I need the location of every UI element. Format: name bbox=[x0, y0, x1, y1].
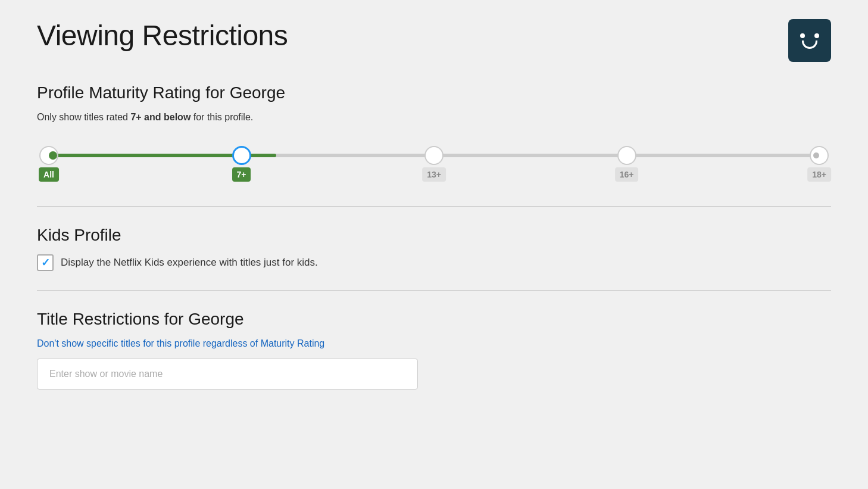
kids-profile-checkbox[interactable]: ✓ bbox=[37, 254, 54, 271]
title-restrictions-title: Title Restrictions for George bbox=[37, 310, 831, 329]
slider-label-all: All bbox=[39, 167, 59, 182]
title-restrictions-description: Don't show specific titles for this prof… bbox=[37, 338, 831, 349]
slider-point-18plus[interactable]: 18+ bbox=[810, 146, 829, 165]
title-restrictions-section: Title Restrictions for George Don't show… bbox=[37, 310, 831, 390]
avatar-eye-right-icon bbox=[814, 33, 819, 38]
slider-label-7plus: 7+ bbox=[232, 167, 251, 182]
slider-label-18plus: 18+ bbox=[807, 167, 831, 182]
checkmark-icon: ✓ bbox=[41, 257, 50, 268]
maturity-rating-description: Only show titles rated 7+ and below for … bbox=[37, 112, 831, 123]
kids-profile-title: Kids Profile bbox=[37, 226, 831, 245]
maturity-rating-slider[interactable]: All 7+ 13+ 16+ bbox=[37, 142, 831, 187]
kids-profile-checkbox-row: ✓ Display the Netflix Kids experience wi… bbox=[37, 254, 831, 271]
maturity-rating-section: Profile Maturity Rating for George Only … bbox=[37, 83, 831, 187]
kids-profile-checkbox-label: Display the Netflix Kids experience with… bbox=[61, 257, 318, 269]
maturity-rating-bold: 7+ and below bbox=[130, 112, 191, 122]
avatar-eye-left-icon bbox=[800, 33, 805, 38]
page-title: Viewing Restrictions bbox=[37, 19, 288, 52]
maturity-rating-title: Profile Maturity Rating for George bbox=[37, 83, 831, 102]
avatar-smile-icon bbox=[802, 41, 817, 49]
slider-circle-16plus[interactable] bbox=[617, 146, 636, 165]
slider-point-13plus[interactable]: 13+ bbox=[424, 146, 444, 165]
divider-2 bbox=[37, 290, 831, 291]
slider-circle-7plus[interactable] bbox=[232, 146, 251, 165]
slider-label-16plus: 16+ bbox=[615, 167, 639, 182]
title-search-wrapper bbox=[37, 359, 418, 390]
slider-start-dot bbox=[49, 151, 57, 160]
kids-profile-section: Kids Profile ✓ Display the Netflix Kids … bbox=[37, 226, 831, 271]
slider-label-13plus: 13+ bbox=[422, 167, 446, 182]
slider-circle-18plus[interactable] bbox=[810, 146, 829, 165]
avatar[interactable] bbox=[788, 19, 831, 62]
title-search-input[interactable] bbox=[37, 359, 418, 390]
slider-end-dot bbox=[813, 152, 819, 158]
slider-track: All 7+ 13+ 16+ bbox=[49, 154, 819, 157]
slider-point-7plus[interactable]: 7+ bbox=[232, 146, 251, 165]
avatar-face bbox=[797, 32, 823, 49]
slider-points: All 7+ 13+ 16+ bbox=[49, 146, 819, 165]
divider-1 bbox=[37, 206, 831, 207]
slider-circle-13plus[interactable] bbox=[424, 146, 444, 165]
slider-point-16plus[interactable]: 16+ bbox=[617, 146, 636, 165]
